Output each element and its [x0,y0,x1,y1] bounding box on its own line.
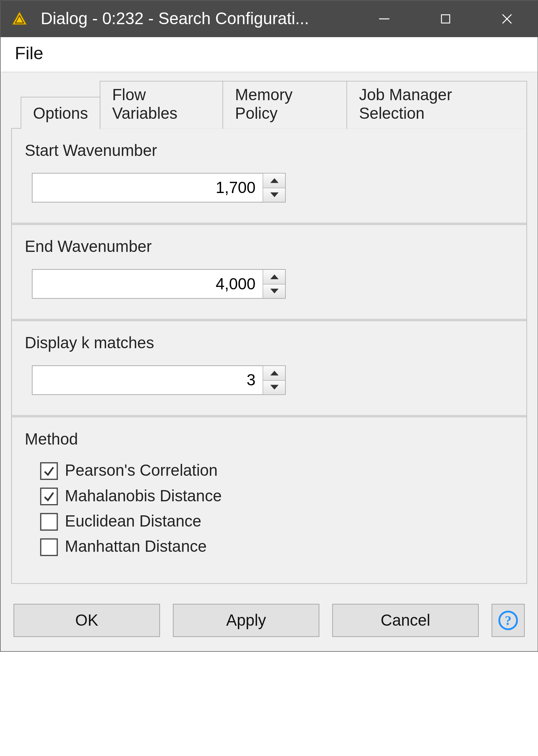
checkbox-label: Euclidean Distance [65,513,201,531]
chevron-up-icon [270,178,278,183]
tabset: Options Flow Variables Memory Policy Job… [11,81,527,129]
method-mahalanobis: Mahalanobis Distance [40,487,513,505]
spinner-buttons [263,173,285,202]
checkbox-manhattan[interactable] [40,538,58,556]
section-display-k: Display k matches [12,321,526,417]
button-row: OK Apply Cancel ? [11,584,527,640]
tab-label: Options [33,104,88,122]
chevron-down-icon [270,193,278,197]
spinner-down-button[interactable] [263,188,285,202]
spinner-up-button[interactable] [263,173,285,188]
apply-button[interactable]: Apply [173,604,319,637]
method-euclidean: Euclidean Distance [40,513,513,531]
chevron-up-icon [270,274,278,279]
help-icon: ? [497,610,519,631]
svg-text:?: ? [505,613,511,628]
menu-file[interactable]: File [11,41,47,66]
window-title: Dialog - 0:232 - Search Configurati... [41,9,353,28]
method-label: Method [25,430,513,448]
tab-label: Job Manager Selection [359,86,452,122]
ok-button[interactable]: OK [14,604,160,637]
content-area: Options Flow Variables Memory Policy Job… [1,72,538,651]
start-wavenumber-label: Start Wavenumber [25,142,513,160]
svg-rect-3 [441,15,450,23]
button-label: OK [75,611,98,630]
close-button[interactable] [476,1,538,37]
end-wavenumber-spinner [32,269,286,298]
dialog-window: Dialog - 0:232 - Search Configurati... F… [0,0,538,652]
display-k-input[interactable] [33,366,263,394]
checkbox-euclidean[interactable] [40,513,58,530]
end-wavenumber-input[interactable] [33,270,263,298]
display-k-spinner [32,365,286,395]
method-manhattan: Manhattan Distance [40,538,513,556]
chevron-up-icon [270,371,278,375]
help-button[interactable]: ? [492,604,525,637]
tab-job-manager-selection[interactable]: Job Manager Selection [347,81,527,129]
method-pearson: Pearson's Correlation [40,462,513,480]
cancel-button[interactable]: Cancel [332,604,479,637]
svg-marker-0 [13,12,26,24]
minimize-button[interactable] [353,1,415,37]
display-k-label: Display k matches [25,334,513,352]
start-wavenumber-input[interactable] [33,173,263,202]
chevron-down-icon [270,385,278,390]
tab-label: Flow Variables [112,86,177,122]
spinner-up-button[interactable] [263,270,285,284]
checkbox-mahalanobis[interactable] [40,487,58,505]
spinner-down-button[interactable] [263,380,285,394]
checkbox-label: Pearson's Correlation [65,462,218,480]
spinner-down-button[interactable] [263,284,285,298]
chevron-down-icon [270,289,278,293]
options-panel: Start Wavenumber End Wavenumber [11,128,527,584]
spinner-up-button[interactable] [263,366,285,380]
titlebar: Dialog - 0:232 - Search Configurati... [1,1,538,37]
spinner-buttons [263,366,285,394]
button-label: Cancel [381,611,430,630]
end-wavenumber-label: End Wavenumber [25,238,513,256]
tab-label: Memory Policy [235,86,292,122]
start-wavenumber-spinner [32,173,286,202]
button-label: Apply [226,611,266,630]
window-controls [353,1,538,37]
spinner-buttons [263,270,285,298]
menubar: File [1,37,538,72]
app-triangle-icon [11,11,28,27]
checkbox-label: Mahalanobis Distance [65,487,222,505]
tab-flow-variables[interactable]: Flow Variables [100,81,223,129]
section-end-wavenumber: End Wavenumber [12,224,526,321]
checkbox-pearson[interactable] [40,462,58,480]
tab-options[interactable]: Options [21,97,101,129]
tab-memory-policy[interactable]: Memory Policy [223,81,347,129]
checkbox-label: Manhattan Distance [65,538,207,556]
maximize-button[interactable] [415,1,476,37]
section-method: Method Pearson's Correlation Mahalanobis… [12,417,526,583]
section-start-wavenumber: Start Wavenumber [12,129,526,224]
